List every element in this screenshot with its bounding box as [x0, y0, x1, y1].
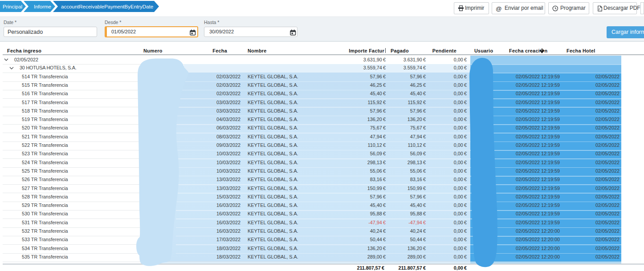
svg-text:@: @	[496, 5, 502, 12]
svg-text:Informe: Informe	[34, 4, 51, 9]
svg-text:accountReceivablePaymentByEntr: accountReceivablePaymentByEntryDate	[61, 4, 153, 9]
svg-text:Principal: Principal	[3, 4, 22, 9]
